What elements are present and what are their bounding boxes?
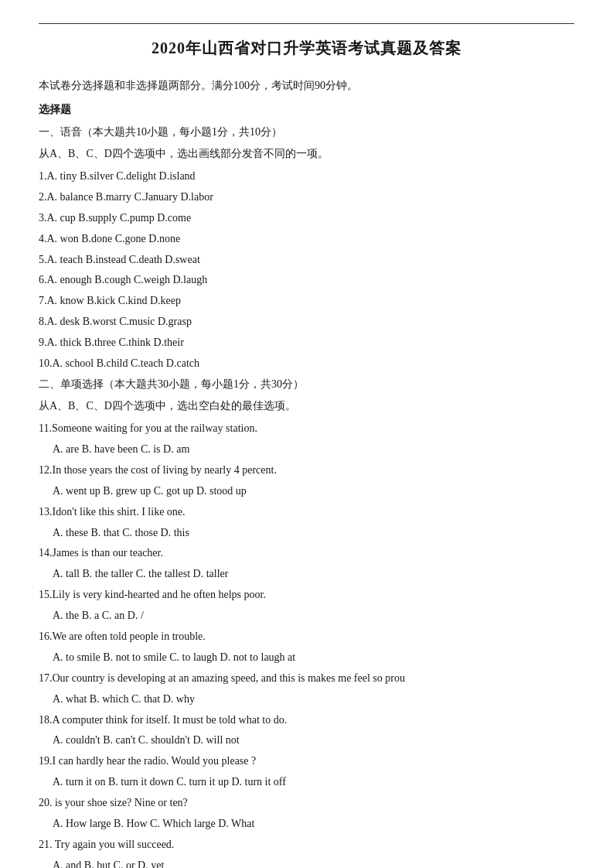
question-12-options: A. went up B. grew up C. got up D. stood…: [39, 481, 574, 501]
question-19: 19.I can hardly hear the radio. Would yo…: [39, 751, 574, 771]
question-19-options: A. turn it on B. turn it down C. turn it…: [39, 772, 574, 792]
question-3: 3.A. cup B.supply C.pump D.come: [39, 208, 574, 228]
section-label-choice: 选择题: [39, 100, 574, 121]
question-10: 10.A. school B.child C.teach D.catch: [39, 354, 574, 374]
question-11: 11.Someone waiting for you at the railwa…: [39, 419, 574, 439]
question-14: 14.James is than our teacher.: [39, 543, 574, 563]
question-13: 13.Idon't like this shirt. I like one.: [39, 502, 574, 522]
top-divider: [39, 23, 574, 24]
question-16: 16.We are often told people in trouble.: [39, 627, 574, 647]
question-2: 2.A. balance B.marry C.January D.labor: [39, 187, 574, 207]
question-18: 18.A computer think for itself. It must …: [39, 710, 574, 730]
question-16-options: A. to smile B. not to smile C. to laugh …: [39, 648, 574, 668]
question-6: 6.A. enough B.cough C.weigh D.laugh: [39, 270, 574, 290]
question-12: 12.In those years the cost of living by …: [39, 460, 574, 480]
question-20: 20. is your shoe size? Nine or ten?: [39, 793, 574, 813]
question-7: 7.A. know B.kick C.kind D.keep: [39, 291, 574, 311]
intro-text: 本试卷分选择题和非选择题两部分。满分100分，考试时间90分钟。: [39, 76, 574, 95]
page-title: 2020年山西省对口升学英语考试真题及答案: [39, 38, 574, 59]
question-4: 4.A. won B.done C.gone D.none: [39, 229, 574, 249]
question-1: 1.A. tiny B.silver C.delight D.island: [39, 166, 574, 186]
section1-title: 一、语音（本大题共10小题，每小题1分，共10分）: [39, 122, 574, 143]
question-15-options: A. the B. a C. an D. /: [39, 606, 574, 626]
question-14-options: A. tall B. the taller C. the tallest D. …: [39, 564, 574, 584]
section2-title: 二、单项选择（本大题共30小题，每小题1分，共30分）: [39, 374, 574, 395]
question-9: 9.A. thick B.three C.think D.their: [39, 333, 574, 353]
question-5: 5.A. teach B.instead C.death D.sweat: [39, 250, 574, 270]
question-21: 21. Try again you will succeed.: [39, 835, 574, 855]
question-13-options: A. these B. that C. those D. this: [39, 523, 574, 543]
question-11-options: A. are B. have been C. is D. am: [39, 439, 574, 460]
question-21-options: A. and B. but C. or D. yet: [39, 856, 574, 868]
question-17: 17.Our country is developing at an amazi…: [39, 668, 574, 689]
section1-desc: 从A、B、C、D四个选项中，选出画线部分发音不同的一项。: [39, 144, 574, 165]
question-20-options: A. How large B. How C. Which large D. Wh…: [39, 814, 574, 834]
section2-desc: 从A、B、C、D四个选项中，选出空白处的最佳选项。: [39, 396, 574, 417]
question-18-options: A. couldn't B. can't C. shouldn't D. wil…: [39, 730, 574, 750]
question-15: 15.Lily is very kind-hearted and he ofte…: [39, 585, 574, 605]
question-17-options: A. what B. which C. that D. why: [39, 689, 574, 709]
question-8: 8.A. desk B.worst C.music D.grasp: [39, 312, 574, 332]
